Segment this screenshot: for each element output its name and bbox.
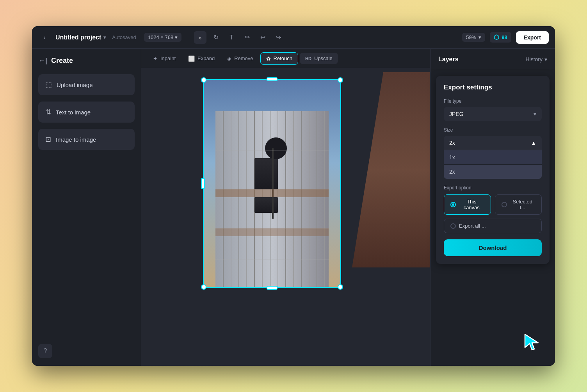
file-type-value: JPEG xyxy=(449,111,464,117)
sidebar-header: ←| Create xyxy=(38,57,135,65)
sidebar-item-upload-image[interactable]: ⬚ Upload image xyxy=(38,74,135,95)
sidebar: ←| Create ⬚ Upload image ⇅ Text to image… xyxy=(32,49,141,366)
size-option-2x[interactable]: 2x xyxy=(444,165,542,179)
zoom-control[interactable]: 59% ▾ xyxy=(462,33,485,42)
text-to-image-icon: ⇅ xyxy=(45,108,51,116)
canvas-image xyxy=(204,80,340,287)
handle-middle-left[interactable] xyxy=(201,178,205,189)
app-window: ‹ Untitled project ▾ Autosaved 1024 × 76… xyxy=(32,26,555,366)
project-name-container[interactable]: Untitled project ▾ xyxy=(55,34,106,41)
image-placeholder xyxy=(204,80,340,287)
handle-top-middle[interactable] xyxy=(267,77,277,81)
handle-bottom-left[interactable] xyxy=(201,284,206,290)
autosaved-status: Autosaved xyxy=(112,34,136,40)
selected-radio xyxy=(502,202,507,207)
export-options-row: This canvas Selected I... xyxy=(444,194,542,215)
history-chevron: ▾ xyxy=(544,56,547,62)
header-tools: ⬦ ↻ T ✏ ↩ ↪ xyxy=(194,31,285,44)
this-canvas-radio-inner xyxy=(452,203,454,206)
rotate-tool-btn[interactable]: ↻ xyxy=(210,31,222,44)
upload-image-label: Upload image xyxy=(57,82,93,88)
svg-rect-24 xyxy=(215,189,329,197)
right-panel-header: Layers History ▾ xyxy=(430,49,555,70)
size-dropdown: 2x ▲ 1x 2x xyxy=(444,136,542,179)
remove-icon: ◈ xyxy=(227,55,231,62)
header: ‹ Untitled project ▾ Autosaved 1024 × 76… xyxy=(32,26,555,49)
building-image xyxy=(204,80,340,287)
upload-image-icon: ⬚ xyxy=(45,80,52,89)
canvas-area[interactable]: ✦ Inpaint ⬜ Expand ◈ Remove ✿ Retouch HD xyxy=(141,49,430,366)
history-button[interactable]: History ▾ xyxy=(525,56,547,62)
size-current-value: 2x xyxy=(449,140,455,146)
image-to-image-icon: ⊡ xyxy=(45,135,51,144)
retouch-btn[interactable]: ✿ Retouch xyxy=(260,52,298,65)
svg-point-18 xyxy=(265,137,287,159)
text-tool-btn[interactable]: T xyxy=(225,31,238,44)
size-chevron: ▲ xyxy=(531,140,536,146)
handle-top-left[interactable] xyxy=(201,77,206,83)
svg-rect-16 xyxy=(254,158,278,189)
file-type-chevron: ▾ xyxy=(534,111,536,117)
canvas-dimensions[interactable]: 1024 × 768 ▾ xyxy=(144,33,181,42)
history-label: History xyxy=(525,56,543,62)
svg-rect-25 xyxy=(215,228,329,236)
upscale-btn[interactable]: HD Upscale xyxy=(300,53,338,64)
file-type-label: File type xyxy=(444,98,542,104)
main-content: ←| Create ⬚ Upload image ⇅ Text to image… xyxy=(32,49,555,366)
back-button[interactable]: ‹ xyxy=(38,31,51,44)
hd-icon: HD xyxy=(305,56,311,61)
upscale-label: Upscale xyxy=(314,55,333,61)
download-button[interactable]: Download xyxy=(444,239,542,256)
svg-rect-19 xyxy=(272,148,274,219)
export-option-label: Export option xyxy=(444,185,542,191)
export-settings-panel: Export settings File type JPEG ▾ Size 2x… xyxy=(436,76,550,264)
expand-label: Expand xyxy=(197,55,215,61)
sidebar-item-image-to-image[interactable]: ⊡ Image to image xyxy=(38,129,135,150)
size-label: Size xyxy=(444,127,542,133)
svg-marker-26 xyxy=(525,334,538,350)
canvas-image-container[interactable] xyxy=(204,80,340,287)
help-button[interactable]: ? xyxy=(38,344,52,358)
selected-label: Selected I... xyxy=(510,199,535,210)
file-type-select[interactable]: JPEG ▾ xyxy=(444,107,542,121)
export-all-button[interactable]: Export all ... xyxy=(444,219,542,233)
credits-icon: ⬡ xyxy=(494,34,499,41)
remove-btn[interactable]: ◈ Remove xyxy=(222,53,258,64)
inpaint-btn[interactable]: ✦ Inpaint xyxy=(148,53,181,64)
cursor-indicator xyxy=(522,331,543,354)
export-settings-title: Export settings xyxy=(444,84,542,91)
inpaint-icon: ✦ xyxy=(153,55,158,62)
image-to-image-label: Image to image xyxy=(56,136,96,143)
selected-option[interactable]: Selected I... xyxy=(495,194,542,215)
handle-bottom-middle[interactable] xyxy=(267,286,277,290)
this-canvas-label: This canvas xyxy=(459,199,484,210)
background-shape xyxy=(352,72,430,267)
canvas-toolbar: ✦ Inpaint ⬜ Expand ◈ Remove ✿ Retouch HD xyxy=(141,49,430,68)
this-canvas-radio xyxy=(450,202,456,207)
select-tool-btn[interactable]: ⬦ xyxy=(194,31,206,44)
size-option-1x[interactable]: 1x xyxy=(444,150,542,164)
right-panel: Layers History ▾ Export settings File ty… xyxy=(430,49,555,366)
this-canvas-option[interactable]: This canvas xyxy=(444,194,491,215)
sidebar-back-arrow: ←| xyxy=(38,57,47,65)
export-button[interactable]: Export xyxy=(516,31,549,44)
credits-count: 98 xyxy=(502,34,507,40)
project-chevron: ▾ xyxy=(103,35,106,40)
retouch-label: Retouch xyxy=(274,55,292,61)
undo-btn[interactable]: ↩ xyxy=(256,31,269,44)
remove-label: Remove xyxy=(234,55,253,61)
sidebar-item-text-to-image[interactable]: ⇅ Text to image xyxy=(38,102,135,123)
export-all-radio xyxy=(450,223,456,229)
inpaint-label: Inpaint xyxy=(160,55,176,61)
redo-btn[interactable]: ↪ xyxy=(272,31,285,44)
sidebar-title: Create xyxy=(51,57,73,65)
cursor-arrow-svg xyxy=(522,331,543,353)
expand-icon: ⬜ xyxy=(188,55,195,62)
handle-top-right[interactable] xyxy=(338,77,343,83)
handle-bottom-right[interactable] xyxy=(338,284,343,290)
pen-tool-btn[interactable]: ✏ xyxy=(241,31,253,44)
retouch-icon: ✿ xyxy=(266,55,271,62)
svg-rect-17 xyxy=(254,197,278,213)
expand-btn[interactable]: ⬜ Expand xyxy=(183,53,220,64)
size-header[interactable]: 2x ▲ xyxy=(444,136,542,150)
